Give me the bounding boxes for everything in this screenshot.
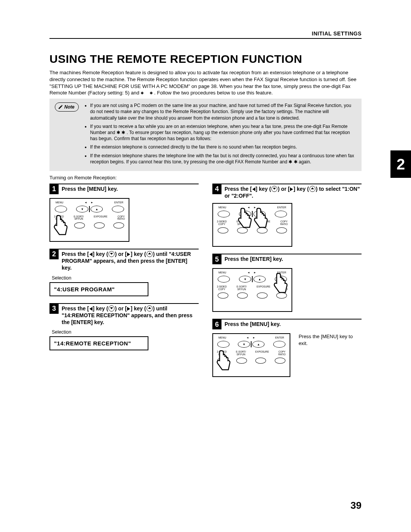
- circle-up-icon: [309, 186, 315, 192]
- note-item: If the extension telephone is connected …: [90, 144, 356, 150]
- circle-down-icon: [271, 186, 277, 192]
- step-3: 3 Press the [] key () or [] key () until…: [49, 303, 199, 351]
- step-title: Press the [] key () or [] key () to sele…: [221, 184, 362, 199]
- label-exposure: EXPOSURE: [94, 216, 107, 220]
- step-title: Press the [] key () or [] key () until "…: [59, 249, 199, 272]
- panel-button-icon: [257, 292, 268, 299]
- label-2sided-copy: COPY: [218, 353, 225, 356]
- label-enter: ENTER: [275, 336, 284, 339]
- divider-icon: [89, 206, 90, 212]
- note-item: If the extension telephone shares the te…: [90, 153, 356, 165]
- label-menu: MENU: [218, 206, 226, 209]
- right-arrow-icon: [290, 187, 293, 191]
- menu-button-icon: [218, 276, 230, 283]
- star-glyph: ✱ ✱: [141, 90, 153, 96]
- panel-button-icon: [275, 358, 285, 364]
- label-exposure: EXPOSURE: [256, 220, 270, 225]
- note-item: If you are not using a PC modem on the s…: [90, 102, 356, 121]
- label-spfun: SP.FUN: [74, 217, 83, 220]
- label-menu: MENU: [218, 271, 226, 274]
- label-enter: ENTER: [277, 206, 286, 209]
- lcd-display: "4:USER PROGRAM": [49, 282, 148, 296]
- panel-button-icon: [255, 358, 266, 364]
- panel-button-icon: [113, 222, 124, 228]
- label-left-arrow: ◄: [84, 201, 87, 204]
- note-label: Note: [55, 102, 79, 112]
- label-left-arrow: ◄: [246, 336, 249, 339]
- label-2sided-copy: COPY: [218, 223, 225, 225]
- enter-button-icon: [275, 276, 287, 283]
- divider-icon: [252, 276, 253, 282]
- menu-button-icon: [218, 211, 230, 217]
- label-right-arrow: ►: [253, 206, 256, 209]
- step-number: 6: [212, 320, 221, 329]
- label-spfun: SP.FUN: [237, 353, 245, 356]
- panel-button-icon: [94, 222, 105, 228]
- control-panel-diagram: MENU ◄ ► ENTER ▾ ▴: [49, 198, 129, 242]
- panel-button-icon: [276, 227, 287, 233]
- enter-button-icon: [275, 211, 287, 217]
- label-2sided-copy: COPY: [218, 288, 225, 291]
- up-arrow-button-icon: ▴: [91, 206, 103, 212]
- header-bar: INITIAL SETTINGS: [49, 30, 362, 39]
- divider-icon: [252, 211, 253, 217]
- step-number: 1: [49, 184, 59, 194]
- down-arrow-button-icon: ▾: [238, 341, 250, 348]
- step-1: 1 Press the [MENU] key. MENU ◄ ► ENTER: [49, 184, 199, 242]
- down-arrow-button-icon: ▾: [239, 211, 251, 217]
- enter-button-icon: [273, 341, 285, 348]
- header-section: INITIAL SETTINGS: [312, 30, 362, 37]
- menu-button-icon: [217, 341, 229, 348]
- panel-button-icon: [237, 227, 248, 233]
- label-menu: MENU: [218, 336, 226, 339]
- step-title: Press the [] key () or [] key () until "…: [59, 304, 199, 326]
- label-right-arrow: ►: [91, 201, 93, 204]
- up-arrow-button-icon: ▴: [253, 211, 266, 217]
- label-enter: ENTER: [114, 201, 123, 204]
- label-right-arrow: ►: [253, 271, 256, 274]
- label-spfun: SP.FUN: [237, 288, 246, 291]
- menu-button-icon: [55, 206, 67, 212]
- subheading: Turning on Remote Reception:: [49, 175, 362, 181]
- label-ratio: RATIO: [118, 217, 125, 220]
- step-6: 6 Press the [MENU] key. MENU ◄ ► ENTER: [212, 319, 362, 377]
- circle-down-icon: [108, 305, 115, 312]
- left-arrow-icon: [89, 307, 92, 311]
- page-number: 39: [350, 500, 362, 511]
- panel-button-icon: [218, 292, 228, 299]
- note-box: Note If you are not using a PC modem on …: [49, 99, 362, 171]
- label-exposure: EXPOSURE: [255, 351, 269, 356]
- selection-label: Selection: [52, 329, 199, 335]
- divider-icon: [251, 341, 252, 347]
- right-arrow-icon: [127, 252, 130, 256]
- down-arrow-button-icon: ▾: [239, 276, 251, 283]
- step-5: 5 Press the [ENTER] key. MENU ◄ ► ENTER: [212, 254, 362, 312]
- label-ratio: RATIO: [278, 353, 285, 356]
- right-arrow-icon: [127, 307, 130, 311]
- panel-button-icon: [276, 292, 287, 299]
- label-ratio: RATIO: [280, 223, 288, 225]
- enter-button-icon: [112, 206, 124, 212]
- panel-button-icon: [55, 222, 65, 228]
- note-label-text: Note: [64, 104, 75, 110]
- right-column: 4 Press the [] key () or [] key () to se…: [212, 184, 362, 384]
- up-arrow-button-icon: ▴: [252, 341, 264, 348]
- label-right-arrow: ►: [253, 336, 255, 339]
- down-arrow-button-icon: ▾: [76, 206, 88, 212]
- left-arrow-icon: [89, 252, 92, 256]
- page-title: USING THE REMOTE RECEPTION FUNCTION: [49, 53, 362, 66]
- up-arrow-button-icon: ▴: [253, 276, 266, 283]
- panel-button-icon: [218, 227, 228, 233]
- label-2sided-copy: COPY: [56, 217, 62, 220]
- label-exposure: EXPOSURE: [256, 286, 270, 291]
- control-panel-diagram: MENU ◄ ► ENTER ▾ ▴: [212, 268, 292, 312]
- step-number: 3: [49, 304, 59, 314]
- circle-up-icon: [147, 251, 153, 257]
- panel-button-icon: [237, 292, 248, 299]
- control-panel-diagram: MENU ◄ ► ENTER ▾ ▴: [212, 203, 292, 247]
- left-arrow-icon: [252, 187, 255, 191]
- circle-up-icon: [147, 305, 153, 312]
- panel-button-icon: [236, 358, 247, 364]
- step-title: Press the [MENU] key.: [59, 184, 118, 192]
- step-2: 2 Press the [] key () or [] key () until…: [49, 249, 199, 296]
